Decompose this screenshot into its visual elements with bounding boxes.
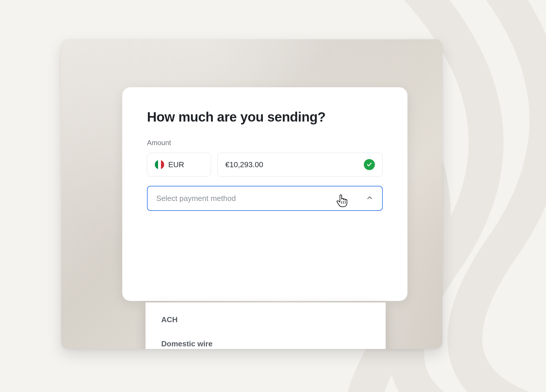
currency-code: EUR — [168, 160, 184, 169]
payment-method-dropdown: ACH Domestic wire International wire Che… — [146, 302, 386, 349]
chevron-up-icon — [366, 194, 373, 203]
amount-row: EUR €10,293.00 — [147, 153, 383, 177]
amount-input[interactable]: €10,293.00 — [217, 153, 383, 177]
hero-card: How much are you sending? Amount EUR €10… — [61, 39, 442, 349]
payment-method-option-ach[interactable]: ACH — [146, 308, 386, 332]
card-heading: How much are you sending? — [147, 109, 383, 125]
payment-method-option-domestic-wire[interactable]: Domestic wire — [146, 332, 386, 349]
pointer-cursor-icon — [336, 193, 349, 207]
amount-label: Amount — [147, 139, 383, 147]
checkmark-circle-icon — [364, 159, 375, 170]
currency-selector[interactable]: EUR — [147, 153, 211, 177]
italy-flag-icon — [155, 160, 164, 169]
select-placeholder: Select payment method — [156, 194, 236, 203]
send-money-card: How much are you sending? Amount EUR €10… — [122, 87, 407, 301]
amount-value: €10,293.00 — [225, 160, 263, 169]
payment-method-select[interactable]: Select payment method — [147, 186, 383, 211]
